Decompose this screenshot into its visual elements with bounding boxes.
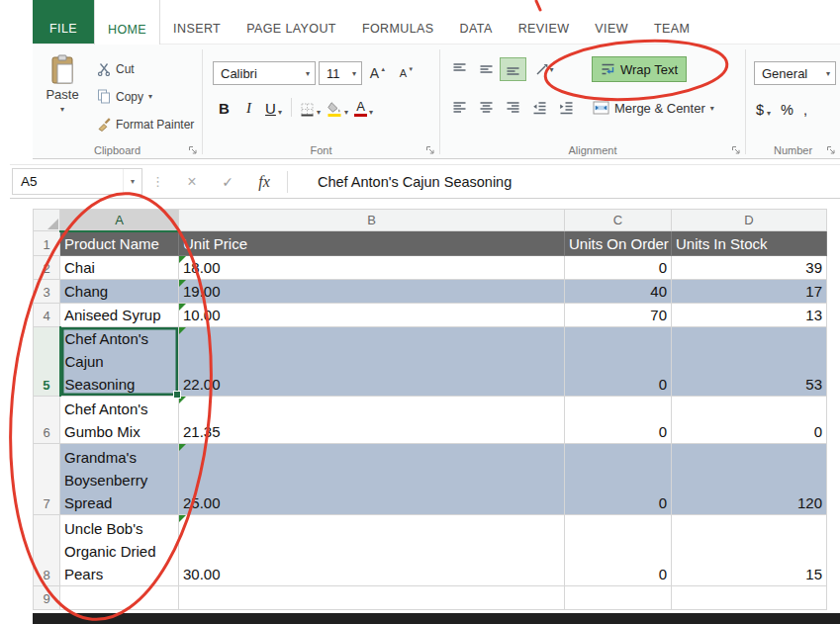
tab-formulas[interactable]: FORMULAS	[349, 0, 447, 44]
cell-a7[interactable]: Grandma's Boysenberry Spread	[60, 443, 179, 514]
enter-check-icon[interactable]: ✓	[210, 174, 245, 190]
paste-button[interactable]: Paste ▾	[37, 52, 88, 136]
row-header-5[interactable]: 5	[34, 326, 60, 396]
cell-c1[interactable]: Units On Order	[565, 231, 672, 256]
cell-d5[interactable]: 53	[672, 326, 827, 396]
column-header-b[interactable]: B	[179, 210, 565, 231]
bottom-align-button[interactable]	[500, 57, 526, 81]
format-painter-button[interactable]: Format Painter	[94, 112, 197, 136]
tab-file[interactable]: FILE	[33, 0, 94, 44]
align-center-button[interactable]	[473, 96, 500, 120]
tab-insert[interactable]: INSERT	[160, 0, 233, 44]
insert-function-button[interactable]: fx	[245, 173, 283, 191]
cell-a1[interactable]: Product Name	[60, 231, 179, 256]
name-box[interactable]: A5 ▾	[12, 168, 142, 195]
tab-view[interactable]: VIEW	[582, 0, 641, 44]
align-left-button[interactable]	[446, 96, 473, 120]
tab-team[interactable]: TEAM	[641, 0, 702, 44]
cell-c5[interactable]: 0	[565, 326, 672, 396]
cell-c3[interactable]: 40	[565, 279, 672, 303]
grow-font-button[interactable]: A▲	[365, 61, 391, 85]
cell-a5-selected[interactable]: Chef Anton's Cajun Seasoning	[60, 326, 179, 396]
decrease-indent-button[interactable]	[526, 96, 553, 120]
tab-page-layout[interactable]: PAGE LAYOUT	[233, 0, 349, 44]
cancel-icon[interactable]: ×	[174, 173, 210, 191]
cell-b5[interactable]: 22.00	[179, 326, 565, 396]
row-header-2[interactable]: 2	[34, 255, 60, 279]
cell-a2[interactable]: Chai	[60, 255, 179, 279]
row-header-8[interactable]: 8	[34, 514, 60, 585]
font-color-button[interactable]: A ▾	[352, 95, 375, 119]
row-header-4[interactable]: 4	[34, 303, 60, 326]
cell-d6[interactable]: 0	[672, 396, 827, 443]
bold-button[interactable]: B	[213, 95, 235, 119]
column-header-d[interactable]: D	[672, 210, 827, 231]
cell-c6[interactable]: 0	[565, 396, 672, 443]
increase-indent-button[interactable]	[553, 96, 580, 120]
percent-style-button[interactable]: %	[781, 96, 793, 118]
number-dialog-launcher[interactable]	[826, 145, 836, 155]
cell-a8[interactable]: Uncle Bob's Organic Dried Pears	[60, 514, 179, 585]
cell-b8[interactable]: 30.00	[179, 514, 565, 585]
borders-button[interactable]: ▾	[298, 95, 323, 119]
orientation-button[interactable]: ▾	[526, 57, 562, 81]
underline-button[interactable]: U▾	[262, 95, 285, 119]
cell-b2[interactable]: 18.00	[179, 255, 565, 279]
cell-c9[interactable]	[565, 585, 672, 609]
fill-color-button[interactable]: ▾	[325, 95, 350, 119]
font-name-combo[interactable]: Calibri ▾	[213, 61, 316, 85]
cut-button[interactable]: Cut	[94, 56, 197, 81]
row-header-7[interactable]: 7	[34, 443, 60, 514]
shrink-font-button[interactable]: A▼	[394, 61, 420, 85]
row-header-3[interactable]: 3	[34, 279, 60, 303]
row-header-9[interactable]: 9	[34, 585, 60, 609]
font-size-combo[interactable]: 11 ▾	[319, 61, 362, 85]
cell-b4[interactable]: 10.00	[179, 303, 565, 326]
cell-b3[interactable]: 19.00	[179, 279, 565, 303]
copy-button[interactable]: Copy ▾	[94, 84, 197, 109]
cell-d1[interactable]: Units In Stock	[672, 231, 827, 256]
alignment-dialog-launcher[interactable]	[731, 145, 741, 155]
row-header-6[interactable]: 6	[34, 396, 60, 443]
clipboard-dialog-launcher[interactable]	[188, 145, 198, 155]
cell-a6[interactable]: Chef Anton's Gumbo Mix	[60, 396, 179, 443]
cell-a4[interactable]: Aniseed Syrup	[60, 303, 179, 326]
wrap-text-button[interactable]: Wrap Text	[592, 56, 687, 82]
cell-c8[interactable]: 0	[565, 514, 672, 585]
cell-d8[interactable]: 15	[672, 514, 827, 585]
column-header-c[interactable]: C	[565, 210, 672, 231]
cell-d9[interactable]	[672, 585, 827, 609]
cell-a3[interactable]: Chang	[60, 279, 179, 303]
column-header-a[interactable]: A	[60, 210, 179, 231]
cell-b1[interactable]: Unit Price	[179, 231, 565, 256]
cell-d4[interactable]: 13	[672, 303, 827, 326]
cell-c4[interactable]: 70	[565, 303, 672, 326]
comma-style-button[interactable]: ,	[803, 96, 807, 118]
cell-c2[interactable]: 0	[565, 255, 672, 279]
tab-review[interactable]: REVIEW	[506, 0, 583, 44]
name-box-caret-icon[interactable]: ▾	[123, 169, 141, 194]
accounting-format-button[interactable]: $▾	[756, 96, 771, 118]
tab-home[interactable]: HOME	[94, 0, 160, 45]
merge-center-button[interactable]: Merge & Center ▾	[588, 96, 719, 121]
middle-align-button[interactable]	[473, 57, 500, 81]
cell-d2[interactable]: 39	[672, 255, 827, 279]
cell-d7[interactable]: 120	[672, 443, 827, 514]
cell-b7[interactable]: 25.00	[179, 443, 565, 514]
font-dialog-launcher[interactable]	[425, 145, 435, 155]
number-format-combo[interactable]: General ▾	[754, 61, 836, 85]
tab-data[interactable]: DATA	[447, 0, 506, 44]
cell-b9[interactable]	[179, 585, 565, 609]
select-all-corner[interactable]	[34, 210, 60, 231]
cell-d3[interactable]: 17	[672, 279, 827, 303]
align-right-button[interactable]	[500, 96, 526, 120]
excel-window: FILE HOME INSERT PAGE LAYOUT FORMULAS DA…	[0, 0, 840, 624]
cell-b6[interactable]: 21.35	[179, 396, 565, 443]
formula-content[interactable]: Chef Anton's Cajun Seasoning	[296, 174, 512, 190]
cell-c7[interactable]: 0	[565, 443, 672, 514]
top-align-button[interactable]	[446, 57, 473, 81]
italic-button[interactable]: I	[237, 95, 260, 119]
row-header-1[interactable]: 1	[34, 231, 60, 256]
cell-a9[interactable]	[60, 585, 179, 609]
worksheet: A B C D 1 Product Name Unit Price Units …	[33, 209, 826, 610]
